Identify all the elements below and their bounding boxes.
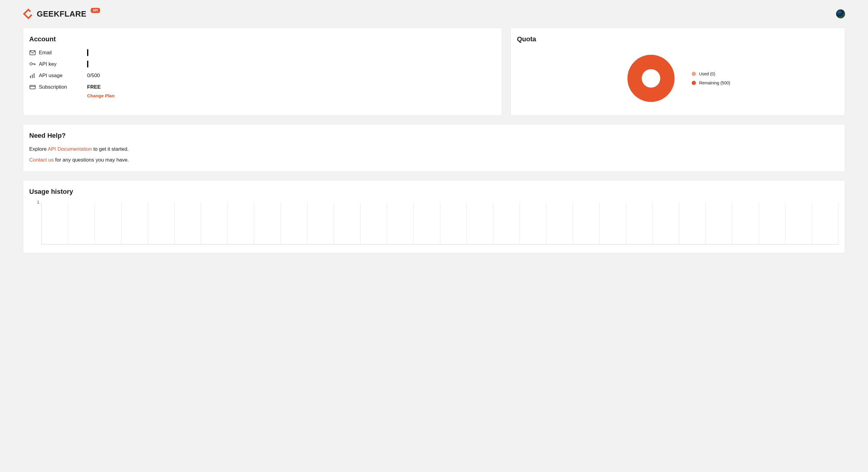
account-card: Account Email API key [23,28,502,116]
quota-legend: Used (0) Remaining (500) [692,71,730,85]
chart-column [706,202,733,244]
chart-column [361,202,387,244]
email-value [87,50,88,56]
legend-remaining: Remaining (500) [692,81,730,85]
chart-column [227,202,254,244]
chart-column [679,202,706,244]
account-row-apikey: API key [29,61,496,67]
chart-column [812,202,839,244]
chart-column [254,202,281,244]
chart-column [573,202,599,244]
email-label: Email [39,50,87,56]
chart-column [440,202,467,244]
bars-icon [29,73,36,78]
quota-donut-chart [625,53,677,104]
y-axis-tick: 1 [37,200,39,204]
usage-label: API usage [39,73,87,79]
history-chart: 1 [41,202,839,245]
main-content: Account Email API key [0,28,868,265]
account-row-usage: API usage 0/500 [29,73,496,79]
api-badge: API [91,8,100,13]
help-card: Need Help? Explore API Documentation to … [23,124,845,172]
chart-column [41,202,68,244]
subscription-label: Subscription [39,84,87,90]
chart-grid [41,202,839,245]
svg-point-6 [635,62,668,95]
help-line2-post: for any questions you may have. [54,157,129,163]
chart-column [653,202,679,244]
chart-column [626,202,653,244]
help-line-1: Explore API Documentation to get it star… [29,146,839,152]
legend-dot-remaining [692,81,696,85]
chart-column [387,202,413,244]
api-docs-link[interactable]: API Documentation [48,146,92,152]
legend-remaining-label: Remaining (500) [699,81,730,85]
header: GEEKFLARE API [0,0,868,28]
chart-column [201,202,227,244]
chart-column [148,202,175,244]
chart-column [600,202,626,244]
help-title: Need Help? [29,132,839,139]
brand-name: GEEKFLARE [37,9,87,19]
quota-body: Used (0) Remaining (500) [517,50,839,107]
email-icon [29,50,36,55]
quota-card: Quota Used (0) Remaining (500) [510,28,845,116]
subscription-plan: FREE [87,84,101,90]
apikey-label: API key [39,61,87,67]
top-row: Account Email API key [23,28,845,116]
account-row-subscription: Subscription FREE Change Plan [29,84,496,98]
chart-column [493,202,520,244]
usage-value: 0/500 [87,73,100,79]
legend-used: Used (0) [692,71,730,76]
logo[interactable]: GEEKFLARE API [23,8,100,19]
chart-column [95,202,121,244]
help-line-2: Contact us for any questions you may hav… [29,157,839,163]
chart-column [467,202,493,244]
card-icon [29,85,36,90]
subscription-value: FREE Change Plan [87,84,115,98]
chart-column [733,202,759,244]
chart-column [121,202,148,244]
legend-dot-used [692,72,696,76]
account-row-email: Email [29,50,496,56]
chart-column [520,202,547,244]
contact-us-link[interactable]: Contact us [29,157,54,163]
chart-column [759,202,786,244]
quota-title: Quota [517,35,839,43]
svg-rect-4 [30,85,35,89]
avatar[interactable] [836,9,845,19]
account-title: Account [29,35,496,43]
help-line1-post: to get it started. [92,146,129,152]
change-plan-link[interactable]: Change Plan [87,93,115,98]
legend-used-label: Used (0) [699,71,715,76]
chart-column [68,202,95,244]
chart-column [307,202,334,244]
chart-column [281,202,307,244]
redacted-apikey [87,61,88,67]
chart-column [547,202,573,244]
apikey-value [87,61,88,67]
chart-column [175,202,201,244]
chart-column [334,202,361,244]
chart-column [413,202,440,244]
help-line1-pre: Explore [29,146,48,152]
redacted-email [87,49,88,56]
geekflare-logo-icon [23,8,34,19]
key-icon [29,62,36,66]
usage-history-card: Usage history 1 [23,180,845,253]
svg-point-3 [30,63,32,65]
chart-column [786,202,812,244]
history-title: Usage history [29,188,839,196]
